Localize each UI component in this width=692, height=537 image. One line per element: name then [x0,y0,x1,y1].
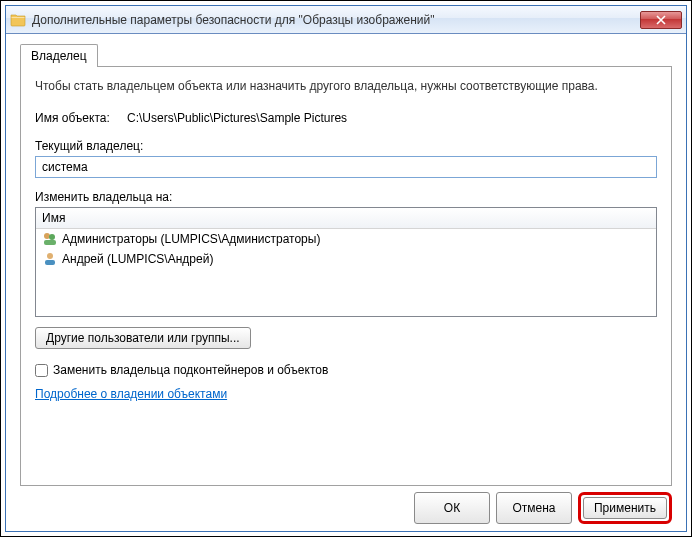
close-button[interactable] [640,11,682,29]
list-item[interactable]: Андрей (LUMPICS\Андрей) [36,249,656,269]
more-info-link[interactable]: Подробнее о владении объектами [35,387,227,401]
svg-point-1 [49,234,55,240]
other-users-button[interactable]: Другие пользователи или группы... [35,327,251,349]
current-owner-label: Текущий владелец: [35,139,657,153]
description-text: Чтобы стать владельцем объекта или назна… [35,79,657,93]
owner-list[interactable]: Имя Администраторы (LUMPICS\Администрато… [35,207,657,317]
list-item-label: Администраторы (LUMPICS\Администраторы) [62,232,320,246]
group-icon [42,231,58,247]
titlebar: Дополнительные параметры безопасности дл… [6,6,686,34]
list-item[interactable]: Администраторы (LUMPICS\Администраторы) [36,229,656,249]
tab-owner[interactable]: Владелец [20,44,98,67]
svg-rect-4 [45,260,55,265]
list-header-name[interactable]: Имя [36,208,656,229]
object-name-row: Имя объекта: C:\Users\Public\Pictures\Sa… [35,111,657,125]
object-name-label: Имя объекта: [35,111,127,125]
ok-button[interactable]: ОК [414,492,490,524]
folder-icon [10,12,26,28]
replace-owner-label: Заменить владельца подконтейнеров и объе… [53,363,328,377]
list-item-label: Андрей (LUMPICS\Андрей) [62,252,213,266]
current-owner-field[interactable] [35,156,657,178]
object-name-value: C:\Users\Public\Pictures\Sample Pictures [127,111,347,125]
svg-point-3 [47,253,53,259]
apply-button[interactable]: Применить [583,497,667,519]
apply-highlight: Применить [578,492,672,524]
svg-point-0 [44,233,50,239]
svg-rect-2 [44,240,56,245]
tab-content: Чтобы стать владельцем объекта или назна… [20,66,672,486]
window-title: Дополнительные параметры безопасности дл… [32,13,640,27]
dialog-buttons: ОК Отмена Применить [6,486,686,530]
replace-owner-checkbox[interactable] [35,364,48,377]
cancel-button[interactable]: Отмена [496,492,572,524]
user-icon [42,251,58,267]
change-owner-label: Изменить владельца на: [35,190,657,204]
